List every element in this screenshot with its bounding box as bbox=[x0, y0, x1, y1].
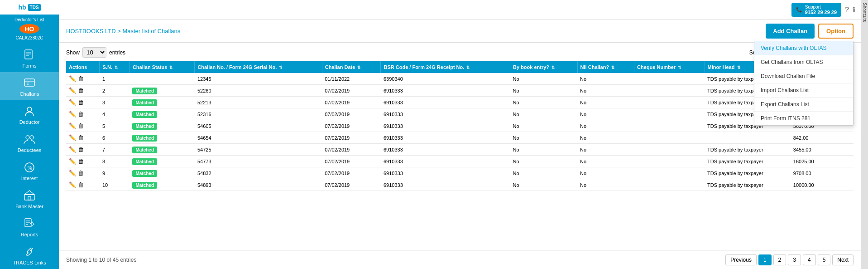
row-challan-no: 54893 bbox=[195, 179, 322, 191]
challans-label: Challans bbox=[20, 91, 39, 97]
col-cheque-number[interactable]: Cheque Number ⇅ bbox=[634, 61, 705, 73]
row-book-entry: No bbox=[510, 156, 578, 167]
delete-icon[interactable]: 🗑 bbox=[78, 75, 84, 82]
col-nil-challan[interactable]: Nil Challan? ⇅ bbox=[577, 61, 634, 73]
edit-icon[interactable]: ✏️ bbox=[69, 146, 76, 153]
row-challan-no: 54773 bbox=[195, 156, 322, 167]
row-date: 07/02/2019 bbox=[322, 97, 381, 108]
delete-icon[interactable]: 🗑 bbox=[78, 87, 84, 94]
col-challan-status[interactable]: Challan Status ⇅ bbox=[129, 61, 194, 73]
page-2-button[interactable]: 2 bbox=[773, 254, 786, 265]
col-sn[interactable]: S.N. ⇅ bbox=[100, 61, 129, 73]
col-bsr-code[interactable]: BSR Code / Form 24G Receipt No. ⇅ bbox=[381, 61, 510, 73]
deductors-list-label: Deductor's List bbox=[14, 15, 44, 24]
row-status: Matched bbox=[129, 144, 194, 156]
dd-import-challans[interactable]: Import Challans List bbox=[754, 83, 853, 98]
shortcuts-bar[interactable]: Shortcuts bbox=[861, 0, 868, 269]
next-button[interactable]: Next bbox=[832, 254, 854, 265]
svg-point-8 bbox=[27, 107, 32, 112]
company-id: CALA23802C bbox=[15, 35, 43, 40]
edit-icon[interactable]: ✏️ bbox=[69, 134, 76, 141]
row-date: 07/02/2019 bbox=[322, 85, 381, 97]
edit-icon[interactable]: ✏️ bbox=[69, 181, 76, 188]
row-nil: No bbox=[577, 167, 634, 179]
info-icon-button[interactable]: ℹ bbox=[853, 5, 855, 14]
page-3-button[interactable]: 3 bbox=[788, 254, 801, 265]
sidebar-item-challans[interactable]: Challans bbox=[0, 72, 59, 100]
delete-icon[interactable]: 🗑 bbox=[78, 99, 84, 106]
sidebar-item-deductor[interactable]: Deductor bbox=[0, 100, 59, 128]
edit-icon[interactable]: ✏️ bbox=[69, 99, 76, 106]
page-1-button[interactable]: 1 bbox=[758, 254, 772, 265]
col-actions: Actions bbox=[66, 61, 100, 73]
prev-button[interactable]: Previous bbox=[725, 254, 757, 265]
row-challan-no: 54832 bbox=[195, 167, 322, 179]
edit-icon[interactable]: ✏️ bbox=[69, 87, 76, 94]
avatar: HO bbox=[19, 24, 39, 34]
delete-icon[interactable]: 🗑 bbox=[78, 134, 84, 141]
table-row: ✏️ 🗑 7 Matched 54725 07/02/2019 6910333 … bbox=[66, 144, 854, 156]
table-row: ✏️ 🗑 3 Matched 52213 07/02/2019 6910333 … bbox=[66, 97, 854, 108]
svg-rect-13 bbox=[24, 195, 34, 200]
col-challan-no[interactable]: Challan No. / Form 24G Serial No. ⇅ bbox=[195, 61, 322, 73]
row-sn: 3 bbox=[100, 97, 129, 108]
row-actions: ✏️ 🗑 bbox=[66, 97, 100, 108]
sidebar-item-forms[interactable]: Forms bbox=[0, 44, 59, 72]
row-cheque bbox=[634, 85, 705, 97]
table-footer: Showing 1 to 10 of 45 entries Previous 1… bbox=[59, 250, 861, 269]
entries-select[interactable]: 10 25 50 100 bbox=[82, 47, 106, 58]
dd-verify-challans[interactable]: Verify Challans with OLTAS bbox=[754, 41, 853, 55]
entries-label: entries bbox=[109, 49, 125, 56]
dd-download-challan[interactable]: Download Challan File bbox=[754, 69, 853, 83]
row-actions: ✏️ 🗑 bbox=[66, 167, 100, 179]
dd-get-challans[interactable]: Get Challans from OLTAS bbox=[754, 55, 853, 69]
edit-icon[interactable]: ✏️ bbox=[69, 170, 76, 176]
challans-table: Actions S.N. ⇅ Challan Status ⇅ Challan … bbox=[66, 61, 854, 191]
edit-icon[interactable]: ✏️ bbox=[69, 122, 76, 129]
row-tds-amount: 16025.00 bbox=[791, 156, 854, 167]
phone-icon: 📞 bbox=[796, 7, 802, 13]
row-tds-amount: 842.00 bbox=[791, 132, 854, 144]
delete-icon[interactable]: 🗑 bbox=[78, 111, 84, 117]
row-minor-head bbox=[705, 132, 791, 144]
edit-icon[interactable]: ✏️ bbox=[69, 111, 76, 117]
edit-icon[interactable]: ✏️ bbox=[69, 158, 76, 165]
col-challan-date[interactable]: Challan Date ⇅ bbox=[322, 61, 381, 73]
page-4-button[interactable]: 4 bbox=[803, 254, 816, 265]
row-bsr: 6910333 bbox=[381, 132, 510, 144]
interest-label: Interest bbox=[21, 176, 38, 181]
option-button[interactable]: Option bbox=[818, 24, 854, 39]
sidebar-item-bank-master[interactable]: Bank Master bbox=[0, 185, 59, 213]
row-cheque bbox=[634, 120, 705, 132]
delete-icon[interactable]: 🗑 bbox=[78, 146, 84, 153]
sidebar-item-interest[interactable]: % Interest bbox=[0, 157, 59, 185]
delete-icon[interactable]: 🗑 bbox=[78, 122, 84, 129]
row-sn: 2 bbox=[100, 85, 129, 97]
row-actions: ✏️ 🗑 bbox=[66, 120, 100, 132]
row-nil: No bbox=[577, 120, 634, 132]
row-nil: No bbox=[577, 156, 634, 167]
edit-icon[interactable]: ✏️ bbox=[69, 75, 76, 82]
dd-export-challans[interactable]: Export Challans List bbox=[754, 98, 853, 112]
breadcrumb: HOSTBOOKS LTD > Master list of Challans bbox=[66, 28, 180, 34]
sidebar-item-reports[interactable]: Reports bbox=[0, 213, 59, 241]
delete-icon[interactable]: 🗑 bbox=[78, 181, 84, 188]
sidebar-item-deductees[interactable]: Deductees bbox=[0, 128, 59, 157]
row-date: 07/02/2019 bbox=[322, 132, 381, 144]
breadcrumb-separator: > bbox=[117, 28, 122, 34]
table-row: ✏️ 🗑 8 Matched 54773 07/02/2019 6910333 … bbox=[66, 156, 854, 167]
sidebar-item-traces-links[interactable]: TRACES Links bbox=[0, 241, 59, 269]
delete-icon[interactable]: 🗑 bbox=[78, 158, 84, 165]
tds-logo: TDS bbox=[28, 4, 41, 11]
delete-icon[interactable]: 🗑 bbox=[78, 170, 84, 176]
svg-point-9 bbox=[26, 136, 29, 139]
dd-print-form[interactable]: Print Form ITNS 281 bbox=[754, 112, 853, 125]
show-entries: Show 10 25 50 100 entries bbox=[66, 47, 125, 58]
col-book-entry[interactable]: By book entry? ⇅ bbox=[510, 61, 578, 73]
help-icon-button[interactable]: ? bbox=[845, 6, 849, 14]
page-5-button[interactable]: 5 bbox=[818, 254, 831, 265]
row-sn: 10 bbox=[100, 179, 129, 191]
row-actions: ✏️ 🗑 bbox=[66, 85, 100, 97]
add-challan-button[interactable]: Add Challan bbox=[766, 24, 815, 39]
row-bsr: 6910333 bbox=[381, 156, 510, 167]
